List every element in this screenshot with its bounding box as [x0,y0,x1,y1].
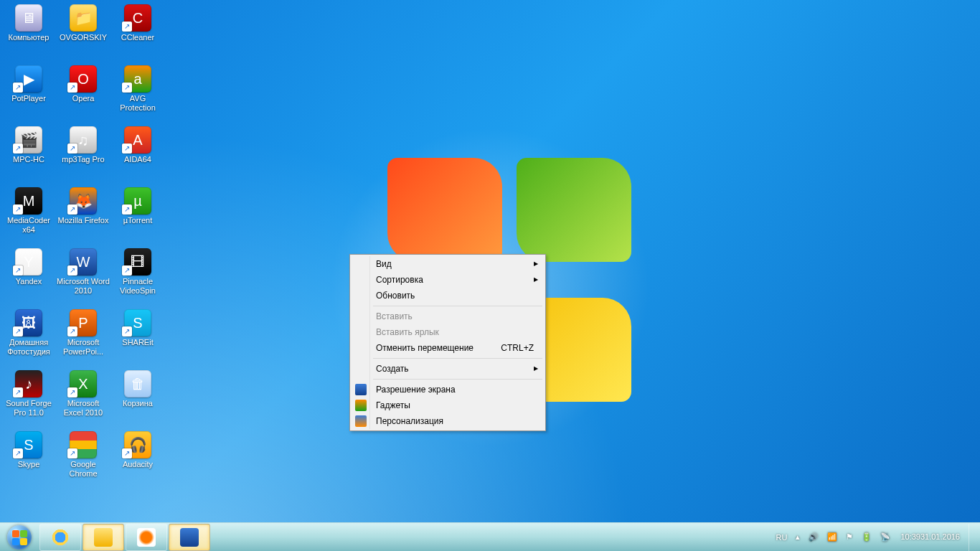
desktop-icon-audacity[interactable]: 🎧Audacity [110,430,165,491]
wmp-icon [137,528,156,547]
desktop-icon-label: Microsoft Excel 2010 [57,399,110,418]
desktop-icon-grid: 🖥Компьютер📁OVGORSKIYCCCleaner▶PotPlayerO… [0,0,166,494]
desktop-icon-word[interactable]: WMicrosoft Word 2010 [56,247,110,308]
aida-icon: A [124,126,151,154]
menu-item-label: Сортировка [376,275,423,285]
desktop-icon-chrome[interactable]: Google Chrome [56,430,110,491]
menu-item-label: Вставить [376,311,413,321]
context-menu-item[interactable]: Отменить перемещениеCTRL+Z [352,340,544,356]
computer-icon: 🖥 [15,4,42,32]
desktop-icon-label: Microsoft PowerPoi... [57,338,110,357]
desktop-icon-aida[interactable]: AAIDA64 [110,125,165,186]
desktop-icon-foto[interactable]: 🖼Домашняя Фотостудия [1,308,56,369]
desktop-icon-avg[interactable]: aAVG Protection [110,64,165,125]
menu-item-icon [355,415,367,427]
desktop-icon-label: SHAREit [122,338,153,347]
desktop-icon-label: Компьютер [9,33,50,42]
desktop-icon-label: Skype [18,460,40,469]
desktop-icon-excel[interactable]: XMicrosoft Excel 2010 [56,369,110,430]
desktop-icon-ccleaner[interactable]: CCCleaner [110,3,165,64]
desktop-icon-label: AVG Protection [111,94,164,113]
desktop-icon-label: µTorrent [123,216,153,225]
avg-icon: a [124,65,151,93]
desktop-icon-label: Opera [72,94,95,103]
desktop-icon-label: Mozilla Firefox [58,216,109,225]
context-menu-item[interactable]: Разрешение экрана [352,382,544,397]
tray-clock[interactable]: 10:39 31.01.2016 [895,523,966,552]
desktop-icon-label: MediaCoder x64 [2,216,55,235]
menu-item-label: Разрешение экрана [376,385,456,395]
desktop-icon-utorrent[interactable]: µµTorrent [110,186,165,247]
desktop-icon-label: Audacity [123,460,153,469]
desktop-icon-pinnacle[interactable]: 🎞Pinnacle VideoSpin [110,247,165,308]
recycle-icon: 🗑 [124,370,151,397]
show-desktop-button[interactable] [969,524,976,551]
desktop-icon-mediacoder[interactable]: MMediaCoder x64 [1,186,56,247]
ie-icon [51,528,70,547]
desktop-icon-mp3tag[interactable]: ♫mp3Tag Pro [56,125,110,186]
desktop-icon-shareit[interactable]: SSHAREit [110,308,165,369]
chrome-icon [70,431,97,458]
desktop-icon-label: Yandex [16,277,42,286]
taskbar-button-ie[interactable] [39,524,81,551]
skype-icon: S [15,431,42,458]
menu-item-label: Гаджеты [376,400,410,410]
tray-network-icon[interactable]: 📶 [823,523,842,552]
menu-item-label: Персонализация [376,416,443,426]
desktop-icon-computer[interactable]: 🖥Компьютер [1,3,56,64]
menu-item-icon [355,384,367,395]
menu-item-hotkey: CTRL+Z [501,340,534,356]
tray-power-icon[interactable]: 🔋 [857,523,876,552]
taskbar: RU ▴ 🔊 📶 ⚑ 🔋 📡 10:39 31.01.2016 [0,522,980,551]
tray-flag-icon[interactable]: ⚑ [842,523,857,552]
context-menu-item[interactable]: Обновить [352,288,544,303]
mpchc-icon: 🎬 [15,126,42,154]
tray-volume-icon[interactable]: 🔊 [804,523,823,552]
desktop-icon-ovg[interactable]: 📁OVGORSKIY [56,3,110,64]
desktop-icon-label: AIDA64 [124,155,151,164]
desktop-icon-sforge[interactable]: ♪Sound Forge Pro 11.0 [1,369,56,430]
context-menu-separator [373,379,542,380]
desktop-icon-label: MPC-HC [13,155,44,164]
audacity-icon: 🎧 [124,431,151,458]
context-menu-item[interactable]: Гаджеты [352,397,544,413]
taskbar-button-explorer[interactable] [83,524,124,551]
tray-date: 31.01.2016 [920,532,960,542]
context-menu-item[interactable]: Создать [352,361,544,377]
desktop-icon-label: PotPlayer [11,94,46,103]
menu-item-label: Вид [376,259,392,269]
menu-item-label: Создать [376,364,409,374]
excel-icon: X [70,370,97,397]
menu-item-icon [355,400,367,411]
context-menu-item: Вставить ярлык [352,324,544,340]
desktop-icon-opera[interactable]: OOpera [56,64,110,125]
context-menu-item[interactable]: Сортировка [352,272,544,288]
desktop-icon-label: OVGORSKIY [60,33,107,42]
context-menu-item[interactable]: Вид [352,256,544,272]
word-icon [180,528,199,547]
context-menu-item: Вставить [352,309,544,324]
tray-wifi-icon[interactable]: 📡 [876,523,895,552]
sforge-icon: ♪ [15,370,42,397]
taskbar-button-word[interactable] [169,524,210,551]
ppt-icon: P [70,309,97,336]
desktop-icon-firefox[interactable]: 🦊Mozilla Firefox [56,186,110,247]
opera-icon: O [70,65,97,93]
desktop-icon-ppt[interactable]: PMicrosoft PowerPoi... [56,308,110,369]
desktop-icon-label: Pinnacle VideoSpin [111,277,164,296]
menu-item-label: Обновить [376,291,415,301]
tray-chevron-icon[interactable]: ▴ [791,523,804,552]
ccleaner-icon: C [124,4,151,32]
desktop-icon-potplayer[interactable]: ▶PotPlayer [1,64,56,125]
start-button[interactable] [0,523,39,552]
word-icon: W [70,248,97,276]
desktop-icon-skype[interactable]: SSkype [1,430,56,491]
tray-language[interactable]: RU [772,523,792,552]
desktop-icon-recycle[interactable]: 🗑Корзина [110,369,165,430]
desktop-icon-mpchc[interactable]: 🎬MPC-HC [1,125,56,186]
taskbar-button-wmp[interactable] [126,524,167,551]
firefox-icon: 🦊 [70,187,97,215]
desktop-icon-yandex[interactable]: YYandex [1,247,56,308]
desktop[interactable]: 🖥Компьютер📁OVGORSKIYCCCleaner▶PotPlayerO… [0,0,980,522]
context-menu-item[interactable]: Персонализация [352,413,544,429]
